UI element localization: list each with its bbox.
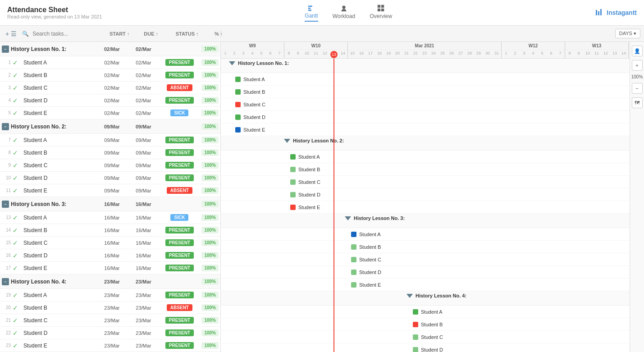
day-cell: 14	[338, 50, 347, 59]
bar-block	[290, 154, 296, 160]
col-status-header[interactable]: STATUS ↑	[167, 31, 207, 37]
task-status: PRESENT	[159, 329, 200, 336]
gantt-panel[interactable]: W91234567W10891011121314Mar 202115161718…	[221, 42, 630, 352]
task-start: 23/Mar	[96, 343, 128, 348]
task-start: 23/Mar	[96, 305, 128, 311]
day-cell: 9	[574, 50, 583, 56]
logo-area: Instagantt	[595, 8, 637, 17]
bar-label: Student E	[298, 205, 320, 210]
gantt-task-row: Student A	[221, 228, 630, 241]
task-pct: 100%	[201, 149, 219, 156]
bar-label: Student C	[243, 102, 265, 107]
group-due: 09/Mar	[128, 124, 159, 129]
task-row: 9 ✓ Student C 09/Mar 09/Mar PRESENT 100%	[0, 159, 220, 172]
group-due: 23/Mar	[128, 279, 159, 284]
task-due: 23/Mar	[128, 330, 159, 336]
group-due: 16/Mar	[128, 201, 159, 207]
milestone-marker: History Lesson No. 4:	[406, 293, 466, 298]
day-cell: 13	[610, 50, 619, 56]
task-name: Student A	[20, 137, 96, 143]
task-status: PRESENT	[159, 137, 200, 143]
task-pct: 100%	[201, 317, 219, 324]
task-start: 02/Mar	[96, 73, 128, 78]
day-cell: 29	[474, 50, 483, 56]
bar-block	[235, 89, 241, 95]
task-pct: 100%	[201, 72, 219, 78]
check-icon: ✓	[11, 265, 20, 272]
task-start: 23/Mar	[96, 293, 128, 298]
task-gantt-bar: Student D	[235, 114, 265, 120]
zoom-label: 100%	[631, 74, 643, 79]
check-icon: ✓	[11, 227, 20, 234]
check-icon: ✓	[11, 317, 20, 324]
check-icon: ✓	[11, 137, 20, 144]
milestone-arrow-icon	[345, 216, 351, 220]
task-start: 16/Mar	[96, 253, 128, 258]
gantt-group-row: History Lesson No. 3:	[221, 214, 630, 228]
bar-label: Student C	[359, 257, 381, 262]
zoom-out-button[interactable]: −	[632, 83, 643, 94]
task-start: 02/Mar	[96, 60, 128, 65]
group-name: History Lesson No. 3:	[11, 201, 96, 207]
task-status: PRESENT	[159, 72, 200, 78]
task-name: Student E	[20, 265, 96, 271]
tab-overview[interactable]: Overview	[370, 4, 392, 21]
menu-icon[interactable]: ☰	[11, 30, 17, 37]
day-cell: 4	[529, 50, 538, 56]
bar-block	[235, 77, 241, 82]
task-row: 20 ✓ Student B 23/Mar 23/Mar ABSENT 100%	[0, 302, 220, 314]
tab-gantt[interactable]: Gantt	[305, 4, 318, 22]
task-start: 16/Mar	[96, 215, 128, 220]
task-name: Student C	[20, 317, 96, 324]
bar-label: Student D	[298, 192, 320, 197]
search-input[interactable]	[32, 31, 100, 37]
bar-block	[351, 232, 356, 237]
task-pct: 100%	[201, 304, 219, 311]
map-icon-btn[interactable]: 🗺	[632, 97, 643, 108]
day-cell: 5	[538, 50, 547, 56]
day-cell: 25	[438, 50, 447, 56]
task-status: SICK	[159, 110, 200, 116]
task-name: Student B	[20, 305, 96, 311]
day-cell: 1	[502, 50, 511, 56]
milestone-arrow-icon	[406, 294, 413, 298]
task-due: 09/Mar	[128, 188, 159, 193]
svg-rect-9	[598, 11, 599, 15]
task-row: 2 ✓ Student B 02/Mar 02/Mar PRESENT 100%	[0, 69, 220, 82]
days-button[interactable]: DAYS ▾	[615, 29, 640, 38]
col-start-header[interactable]: START ↑	[104, 31, 135, 37]
add-icon[interactable]: +	[5, 30, 9, 37]
task-pct: 100%	[201, 239, 219, 246]
day-cell: 31	[492, 50, 501, 56]
tab-workload-label: Workload	[333, 13, 355, 19]
task-pct: 100%	[201, 252, 219, 259]
group-collapse-icon[interactable]: −	[2, 123, 9, 130]
svg-rect-1	[308, 6, 312, 7]
zoom-in-button[interactable]: +	[632, 60, 643, 71]
tab-workload[interactable]: Workload	[333, 4, 355, 21]
person-icon-btn[interactable]: 👤	[632, 46, 643, 56]
gantt-task-row: Student C	[221, 253, 630, 266]
app-title-area: Attendance Sheet Read-only view, generat…	[7, 6, 102, 19]
group-pct: 100%	[201, 201, 219, 207]
task-status: PRESENT	[159, 227, 200, 233]
app-subtitle: Read-only view, generated on 13 Mar 2021	[7, 14, 102, 19]
task-gantt-bar: Student D	[351, 270, 381, 275]
gantt-task-row: Student D	[221, 343, 630, 352]
gantt-task-row: Student E	[221, 123, 630, 136]
task-status: PRESENT	[159, 292, 200, 298]
task-status: PRESENT	[159, 239, 200, 246]
group-collapse-icon[interactable]: −	[2, 201, 9, 208]
group-collapse-icon[interactable]: −	[2, 278, 9, 285]
status-badge: PRESENT	[165, 329, 194, 336]
day-cell: 23	[420, 50, 429, 56]
milestone-label: History Lesson No. 4:	[416, 293, 466, 298]
task-status: PRESENT	[159, 265, 200, 271]
bar-label: Student B	[298, 167, 320, 172]
col-due-header[interactable]: DUE ↑	[135, 31, 167, 37]
group-collapse-icon[interactable]: −	[2, 46, 9, 53]
day-cell: 12	[601, 50, 610, 56]
task-pct: 100%	[201, 187, 219, 194]
task-pct: 100%	[201, 214, 219, 221]
status-badge: PRESENT	[165, 174, 194, 181]
